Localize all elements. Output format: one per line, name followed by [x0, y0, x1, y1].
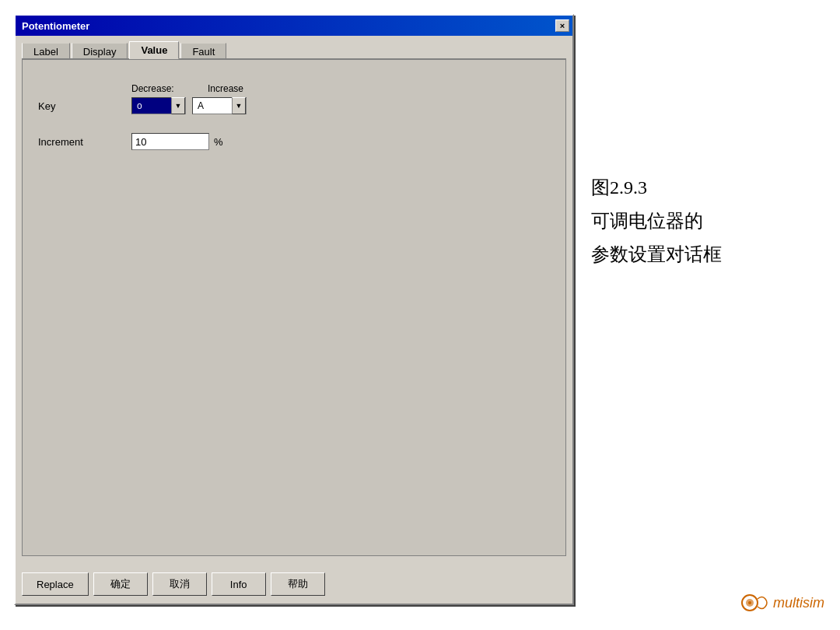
tab-content-panel: Decrease: Increase Key o ▼ A [22, 58, 566, 556]
increase-value: A [193, 98, 232, 114]
increment-input[interactable] [131, 133, 209, 150]
key-label: Key [38, 100, 131, 112]
title-bar: Potentiometer × [16, 16, 572, 36]
page-background: Potentiometer × Label Display Value Faul… [0, 0, 840, 630]
decrease-header-label: Decrease: [131, 83, 201, 94]
increment-row: Increment % [38, 133, 550, 150]
increment-label: Increment [38, 136, 131, 148]
info-button[interactable]: Info [212, 572, 266, 596]
tab-value[interactable]: Value [129, 41, 179, 59]
multisim-logo: multisim [740, 591, 824, 614]
increment-unit: % [214, 136, 223, 148]
increase-arrow-icon[interactable]: ▼ [232, 97, 246, 114]
increase-header-label: Increase [208, 83, 278, 94]
decrease-value: o [132, 98, 171, 114]
form-section: Decrease: Increase Key o ▼ A [38, 75, 550, 177]
decrease-arrow-icon[interactable]: ▼ [171, 97, 185, 114]
decrease-select[interactable]: o ▼ [131, 97, 186, 114]
annotation-line3: 参数设置对话框 [591, 238, 817, 271]
key-dropdowns: o ▼ A ▼ [131, 97, 247, 114]
annotation-block: 图2.9.3 可调电位器的 参数设置对话框 [591, 171, 817, 272]
increase-select[interactable]: A ▼ [192, 97, 247, 114]
close-button[interactable]: × [555, 19, 569, 32]
bottom-buttons: Replace 确定 取消 Info 帮助 [22, 572, 566, 596]
dialog-window: Potentiometer × Label Display Value Faul… [14, 14, 574, 605]
confirm-button[interactable]: 确定 [93, 572, 148, 596]
annotation-line1: 图2.9.3 [591, 171, 817, 205]
replace-button[interactable]: Replace [22, 572, 89, 596]
logo-label: multisim [773, 595, 824, 611]
cancel-button[interactable]: 取消 [152, 572, 207, 596]
multisim-icon [740, 591, 768, 614]
dialog-title: Potentiometer [22, 20, 89, 32]
key-row: Key o ▼ A ▼ [38, 97, 550, 114]
annotation-line2: 可调电位器的 [591, 205, 817, 238]
tabs-row: Label Display Value Fault [16, 36, 572, 58]
svg-point-2 [748, 601, 751, 604]
help-button[interactable]: 帮助 [271, 572, 325, 596]
